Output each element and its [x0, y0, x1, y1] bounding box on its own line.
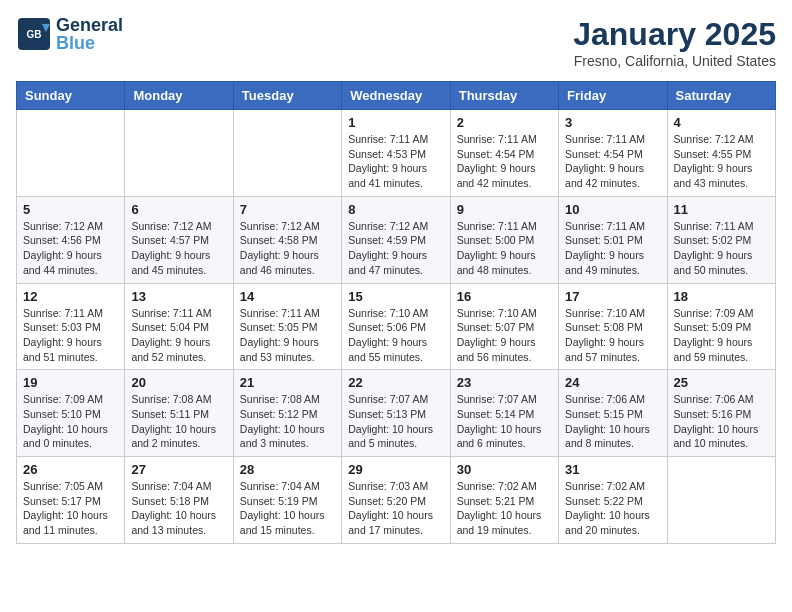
day-number: 1: [348, 115, 443, 130]
svg-text:GB: GB: [27, 29, 42, 40]
day-number: 20: [131, 375, 226, 390]
day-number: 3: [565, 115, 660, 130]
calendar-cell: 17Sunrise: 7:10 AM Sunset: 5:08 PM Dayli…: [559, 283, 667, 370]
day-number: 27: [131, 462, 226, 477]
day-info: Sunrise: 7:11 AM Sunset: 4:53 PM Dayligh…: [348, 132, 443, 191]
calendar-cell: 26Sunrise: 7:05 AM Sunset: 5:17 PM Dayli…: [17, 457, 125, 544]
calendar-cell: 1Sunrise: 7:11 AM Sunset: 4:53 PM Daylig…: [342, 110, 450, 197]
logo: GB General Blue: [16, 16, 123, 52]
weekday-header: Saturday: [667, 82, 775, 110]
logo-icon: GB: [16, 16, 52, 52]
day-number: 18: [674, 289, 769, 304]
weekday-header: Sunday: [17, 82, 125, 110]
day-info: Sunrise: 7:12 AM Sunset: 4:55 PM Dayligh…: [674, 132, 769, 191]
weekday-header: Monday: [125, 82, 233, 110]
calendar-cell: 29Sunrise: 7:03 AM Sunset: 5:20 PM Dayli…: [342, 457, 450, 544]
page-header: GB General Blue January 2025 Fresno, Cal…: [16, 16, 776, 69]
calendar-cell: 22Sunrise: 7:07 AM Sunset: 5:13 PM Dayli…: [342, 370, 450, 457]
calendar-cell: 2Sunrise: 7:11 AM Sunset: 4:54 PM Daylig…: [450, 110, 558, 197]
day-info: Sunrise: 7:11 AM Sunset: 5:05 PM Dayligh…: [240, 306, 335, 365]
calendar-cell: 25Sunrise: 7:06 AM Sunset: 5:16 PM Dayli…: [667, 370, 775, 457]
calendar-cell: 3Sunrise: 7:11 AM Sunset: 4:54 PM Daylig…: [559, 110, 667, 197]
calendar-cell: 9Sunrise: 7:11 AM Sunset: 5:00 PM Daylig…: [450, 196, 558, 283]
calendar-cell: 5Sunrise: 7:12 AM Sunset: 4:56 PM Daylig…: [17, 196, 125, 283]
calendar-cell: 10Sunrise: 7:11 AM Sunset: 5:01 PM Dayli…: [559, 196, 667, 283]
calendar: SundayMondayTuesdayWednesdayThursdayFrid…: [16, 81, 776, 544]
title-block: January 2025 Fresno, California, United …: [573, 16, 776, 69]
day-info: Sunrise: 7:12 AM Sunset: 4:56 PM Dayligh…: [23, 219, 118, 278]
weekday-header: Tuesday: [233, 82, 341, 110]
logo-line1: General: [56, 16, 123, 34]
day-info: Sunrise: 7:08 AM Sunset: 5:12 PM Dayligh…: [240, 392, 335, 451]
day-number: 4: [674, 115, 769, 130]
day-info: Sunrise: 7:10 AM Sunset: 5:08 PM Dayligh…: [565, 306, 660, 365]
calendar-cell: 15Sunrise: 7:10 AM Sunset: 5:06 PM Dayli…: [342, 283, 450, 370]
day-info: Sunrise: 7:09 AM Sunset: 5:09 PM Dayligh…: [674, 306, 769, 365]
calendar-cell: 14Sunrise: 7:11 AM Sunset: 5:05 PM Dayli…: [233, 283, 341, 370]
day-info: Sunrise: 7:12 AM Sunset: 4:59 PM Dayligh…: [348, 219, 443, 278]
day-number: 15: [348, 289, 443, 304]
day-info: Sunrise: 7:11 AM Sunset: 5:01 PM Dayligh…: [565, 219, 660, 278]
day-number: 17: [565, 289, 660, 304]
calendar-cell: 19Sunrise: 7:09 AM Sunset: 5:10 PM Dayli…: [17, 370, 125, 457]
calendar-cell: 21Sunrise: 7:08 AM Sunset: 5:12 PM Dayli…: [233, 370, 341, 457]
calendar-cell: [667, 457, 775, 544]
day-number: 24: [565, 375, 660, 390]
day-info: Sunrise: 7:07 AM Sunset: 5:13 PM Dayligh…: [348, 392, 443, 451]
weekday-header: Wednesday: [342, 82, 450, 110]
day-info: Sunrise: 7:05 AM Sunset: 5:17 PM Dayligh…: [23, 479, 118, 538]
day-number: 26: [23, 462, 118, 477]
day-info: Sunrise: 7:03 AM Sunset: 5:20 PM Dayligh…: [348, 479, 443, 538]
day-info: Sunrise: 7:04 AM Sunset: 5:19 PM Dayligh…: [240, 479, 335, 538]
calendar-cell: 20Sunrise: 7:08 AM Sunset: 5:11 PM Dayli…: [125, 370, 233, 457]
day-info: Sunrise: 7:12 AM Sunset: 4:57 PM Dayligh…: [131, 219, 226, 278]
day-info: Sunrise: 7:11 AM Sunset: 5:04 PM Dayligh…: [131, 306, 226, 365]
day-number: 28: [240, 462, 335, 477]
day-info: Sunrise: 7:02 AM Sunset: 5:21 PM Dayligh…: [457, 479, 552, 538]
calendar-cell: [17, 110, 125, 197]
day-number: 25: [674, 375, 769, 390]
day-number: 29: [348, 462, 443, 477]
calendar-cell: 30Sunrise: 7:02 AM Sunset: 5:21 PM Dayli…: [450, 457, 558, 544]
day-number: 10: [565, 202, 660, 217]
day-info: Sunrise: 7:09 AM Sunset: 5:10 PM Dayligh…: [23, 392, 118, 451]
day-number: 14: [240, 289, 335, 304]
day-info: Sunrise: 7:10 AM Sunset: 5:06 PM Dayligh…: [348, 306, 443, 365]
day-number: 8: [348, 202, 443, 217]
calendar-cell: 23Sunrise: 7:07 AM Sunset: 5:14 PM Dayli…: [450, 370, 558, 457]
day-number: 23: [457, 375, 552, 390]
day-info: Sunrise: 7:07 AM Sunset: 5:14 PM Dayligh…: [457, 392, 552, 451]
day-number: 11: [674, 202, 769, 217]
day-info: Sunrise: 7:06 AM Sunset: 5:16 PM Dayligh…: [674, 392, 769, 451]
calendar-cell: 27Sunrise: 7:04 AM Sunset: 5:18 PM Dayli…: [125, 457, 233, 544]
weekday-header: Friday: [559, 82, 667, 110]
day-number: 6: [131, 202, 226, 217]
day-info: Sunrise: 7:02 AM Sunset: 5:22 PM Dayligh…: [565, 479, 660, 538]
calendar-cell: 7Sunrise: 7:12 AM Sunset: 4:58 PM Daylig…: [233, 196, 341, 283]
day-number: 21: [240, 375, 335, 390]
day-info: Sunrise: 7:12 AM Sunset: 4:58 PM Dayligh…: [240, 219, 335, 278]
day-number: 19: [23, 375, 118, 390]
calendar-cell: 24Sunrise: 7:06 AM Sunset: 5:15 PM Dayli…: [559, 370, 667, 457]
calendar-cell: 12Sunrise: 7:11 AM Sunset: 5:03 PM Dayli…: [17, 283, 125, 370]
calendar-cell: 18Sunrise: 7:09 AM Sunset: 5:09 PM Dayli…: [667, 283, 775, 370]
weekday-header: Thursday: [450, 82, 558, 110]
logo-line2: Blue: [56, 34, 123, 52]
day-info: Sunrise: 7:06 AM Sunset: 5:15 PM Dayligh…: [565, 392, 660, 451]
calendar-cell: 31Sunrise: 7:02 AM Sunset: 5:22 PM Dayli…: [559, 457, 667, 544]
day-info: Sunrise: 7:11 AM Sunset: 4:54 PM Dayligh…: [457, 132, 552, 191]
day-number: 7: [240, 202, 335, 217]
calendar-cell: 16Sunrise: 7:10 AM Sunset: 5:07 PM Dayli…: [450, 283, 558, 370]
location: Fresno, California, United States: [573, 53, 776, 69]
calendar-cell: [233, 110, 341, 197]
day-number: 13: [131, 289, 226, 304]
day-number: 30: [457, 462, 552, 477]
calendar-cell: 11Sunrise: 7:11 AM Sunset: 5:02 PM Dayli…: [667, 196, 775, 283]
calendar-cell: 6Sunrise: 7:12 AM Sunset: 4:57 PM Daylig…: [125, 196, 233, 283]
calendar-cell: 13Sunrise: 7:11 AM Sunset: 5:04 PM Dayli…: [125, 283, 233, 370]
day-info: Sunrise: 7:11 AM Sunset: 5:02 PM Dayligh…: [674, 219, 769, 278]
day-number: 12: [23, 289, 118, 304]
day-number: 22: [348, 375, 443, 390]
day-info: Sunrise: 7:10 AM Sunset: 5:07 PM Dayligh…: [457, 306, 552, 365]
day-number: 5: [23, 202, 118, 217]
